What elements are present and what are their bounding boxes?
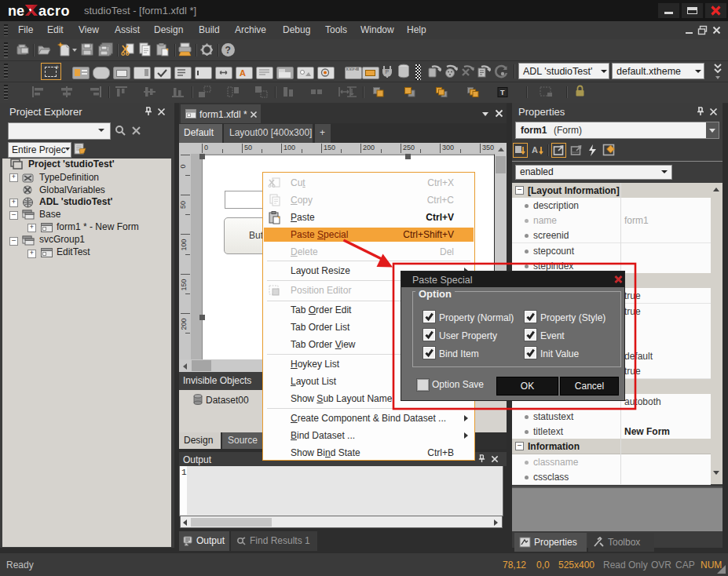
svg-text:A: A <box>240 68 246 78</box>
svg-text:P: P <box>386 69 390 75</box>
svg-text:A: A <box>532 145 538 155</box>
svg-text:T: T <box>500 89 505 97</box>
svg-text:?: ? <box>225 45 231 56</box>
